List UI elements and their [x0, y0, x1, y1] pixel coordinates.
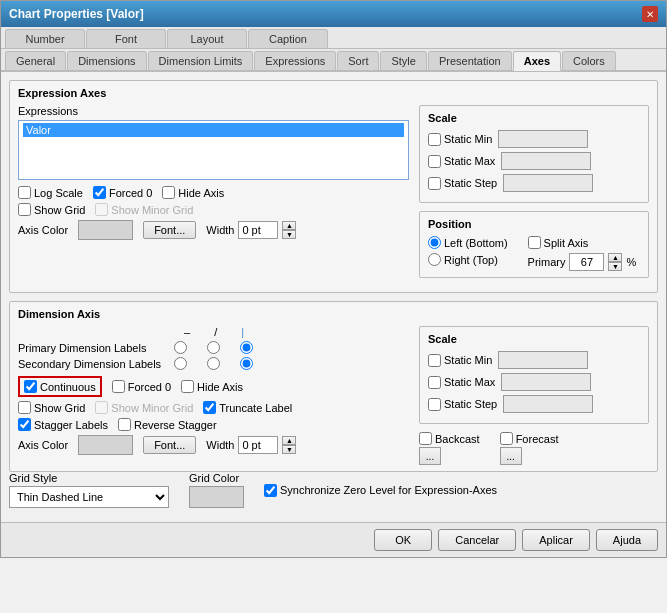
dimension-axis-section: Dimension Axis – / | Primary Dimension L…	[9, 301, 658, 472]
right-top-radio[interactable]	[428, 253, 441, 266]
scale2-static-step-label: Static Step	[428, 398, 497, 411]
static-max-input[interactable]	[501, 152, 591, 170]
backcast-ellipsis-btn[interactable]: ...	[419, 447, 441, 465]
cancel-button[interactable]: Cancelar	[438, 529, 516, 551]
sec-radio-3[interactable]	[240, 357, 253, 370]
continuous-box: Continuous	[18, 376, 102, 397]
expr-checkboxes-row2: Show Grid Show Minor Grid	[18, 203, 409, 216]
help-button[interactable]: Ajuda	[596, 529, 658, 551]
prim-radio-2[interactable]	[207, 341, 220, 354]
tab-layout[interactable]: Layout	[167, 29, 247, 48]
sec-radio-2[interactable]	[207, 357, 220, 370]
continuous-checkbox[interactable]	[24, 380, 37, 393]
expression-item[interactable]: Valor	[23, 123, 404, 137]
static-step-checkbox[interactable]	[428, 177, 441, 190]
font-button[interactable]: Font...	[143, 221, 196, 239]
reverse-stagger-checkbox[interactable]	[118, 418, 131, 431]
tab-axes[interactable]: Axes	[513, 51, 561, 71]
tab-style[interactable]: Style	[380, 51, 426, 70]
static-step-label: Static Step	[428, 177, 497, 190]
tab-general[interactable]: General	[5, 51, 66, 70]
show-grid-checkbox[interactable]	[18, 203, 31, 216]
dim-hide-axis-text: Hide Axis	[197, 381, 243, 393]
static-max-row: Static Max	[428, 152, 640, 170]
percent-label: %	[626, 256, 636, 268]
scale2-static-step-input[interactable]	[503, 395, 593, 413]
tab-dimensions[interactable]: Dimensions	[67, 51, 146, 70]
grid-style-group: Grid Style Thin Dashed Line Dashed Line …	[9, 472, 169, 508]
dim-font-button[interactable]: Font...	[143, 436, 196, 454]
sync-zero-text: Synchronize Zero Level for Expression-Ax…	[280, 484, 497, 496]
axis-color-swatch[interactable]	[78, 220, 133, 240]
sync-zero-checkbox[interactable]	[264, 484, 277, 497]
scale2-static-min-text: Static Min	[444, 354, 492, 366]
static-max-checkbox[interactable]	[428, 155, 441, 168]
close-button[interactable]: ✕	[642, 6, 658, 22]
primary-label: Primary	[528, 256, 566, 268]
static-min-input[interactable]	[498, 130, 588, 148]
sec-radio-1[interactable]	[174, 357, 187, 370]
static-min-checkbox[interactable]	[428, 133, 441, 146]
scale2-static-step-checkbox[interactable]	[428, 398, 441, 411]
scale2-static-max-input[interactable]	[501, 373, 591, 391]
split-axis-checkbox[interactable]	[528, 236, 541, 249]
primary-down-btn[interactable]: ▼	[608, 262, 622, 271]
scale2-static-max-row: Static Max	[428, 373, 640, 391]
dim-show-grid-checkbox[interactable]	[18, 401, 31, 414]
scale2-static-min-input[interactable]	[498, 351, 588, 369]
dim-width-input[interactable]	[238, 436, 278, 454]
dim-checkboxes-row1: Continuous Forced 0 Hide Axis	[18, 376, 409, 397]
truncate-label-checkbox[interactable]	[203, 401, 216, 414]
forecast-checkbox[interactable]	[500, 432, 513, 445]
top-tab-row: Number Font Layout Caption	[1, 27, 666, 49]
scale2-static-min-checkbox[interactable]	[428, 354, 441, 367]
width-down-btn[interactable]: ▼	[282, 230, 296, 239]
secondary-dim-row: Secondary Dimension Labels	[18, 357, 409, 370]
right-top-label: Right (Top)	[428, 253, 508, 266]
grid-style-select[interactable]: Thin Dashed Line Dashed Line Dotted Line…	[9, 486, 169, 508]
left-bottom-radio[interactable]	[428, 236, 441, 249]
tab-caption[interactable]: Caption	[248, 29, 328, 48]
backcast-label: Backcast	[419, 432, 480, 445]
tab-sort[interactable]: Sort	[337, 51, 379, 70]
tab-expressions[interactable]: Expressions	[254, 51, 336, 70]
primary-input[interactable]	[569, 253, 604, 271]
dim-width-down-btn[interactable]: ▼	[282, 445, 296, 454]
secondary-dim-labels-text: Secondary Dimension Labels	[18, 358, 168, 370]
dim-axis-color-row: Axis Color Font... Width ▲ ▼	[18, 435, 409, 455]
grid-row: Grid Style Thin Dashed Line Dashed Line …	[9, 472, 658, 508]
dim-width-up-btn[interactable]: ▲	[282, 436, 296, 445]
scale2-static-min-row: Static Min	[428, 351, 640, 369]
grid-color-swatch[interactable]	[189, 486, 244, 508]
apply-button[interactable]: Aplicar	[522, 529, 590, 551]
tab-font[interactable]: Font	[86, 29, 166, 48]
log-scale-checkbox[interactable]	[18, 186, 31, 199]
left-bottom-label: Left (Bottom)	[428, 236, 508, 249]
backcast-item: Backcast ...	[419, 432, 480, 465]
forecast-ellipsis-btn[interactable]: ...	[500, 447, 522, 465]
scale2-static-max-checkbox[interactable]	[428, 376, 441, 389]
show-minor-grid-checkbox[interactable]	[95, 203, 108, 216]
stagger-labels-checkbox[interactable]	[18, 418, 31, 431]
scale-title: Scale	[428, 112, 640, 124]
width-up-btn[interactable]: ▲	[282, 221, 296, 230]
tab-number[interactable]: Number	[5, 29, 85, 48]
hide-axis-checkbox[interactable]	[162, 186, 175, 199]
forced-0-checkbox[interactable]	[93, 186, 106, 199]
width-input[interactable]	[238, 221, 278, 239]
dim-hide-axis-checkbox[interactable]	[181, 380, 194, 393]
expressions-listbox[interactable]: Valor	[18, 120, 409, 180]
tab-presentation[interactable]: Presentation	[428, 51, 512, 70]
dim-forced-0-checkbox[interactable]	[112, 380, 125, 393]
primary-up-btn[interactable]: ▲	[608, 253, 622, 262]
dim-axis-color-swatch[interactable]	[78, 435, 133, 455]
dim-show-minor-grid-checkbox[interactable]	[95, 401, 108, 414]
tab-dimension-limits[interactable]: Dimension Limits	[148, 51, 254, 70]
prim-radio-3[interactable]	[240, 341, 253, 354]
prim-radio-1[interactable]	[174, 341, 187, 354]
backcast-checkbox[interactable]	[419, 432, 432, 445]
tab-colors[interactable]: Colors	[562, 51, 616, 70]
static-step-input[interactable]	[503, 174, 593, 192]
ok-button[interactable]: OK	[374, 529, 432, 551]
forecast-label: Forecast	[500, 432, 559, 445]
